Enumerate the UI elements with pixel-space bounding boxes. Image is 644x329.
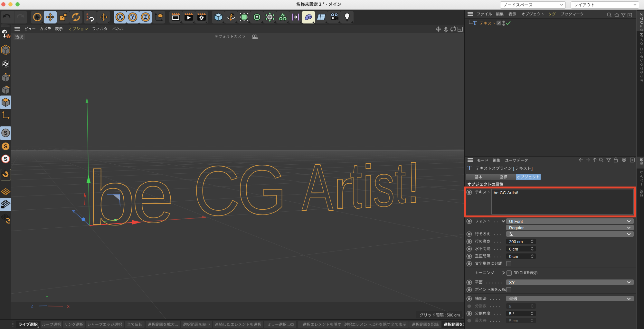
svg-text:S: S bbox=[4, 143, 7, 150]
svg-text:X: X bbox=[118, 14, 122, 20]
svg-text:Z: Z bbox=[144, 14, 147, 20]
svg-text:Y: Y bbox=[131, 14, 134, 20]
svg-text:R: R bbox=[86, 18, 89, 22]
svg-text:S: S bbox=[4, 156, 7, 162]
svg-text:Z: Z bbox=[31, 304, 33, 308]
svg-text:Y: Y bbox=[46, 295, 48, 299]
svg-text:S: S bbox=[4, 130, 7, 136]
svg-text:X: X bbox=[67, 305, 70, 308]
